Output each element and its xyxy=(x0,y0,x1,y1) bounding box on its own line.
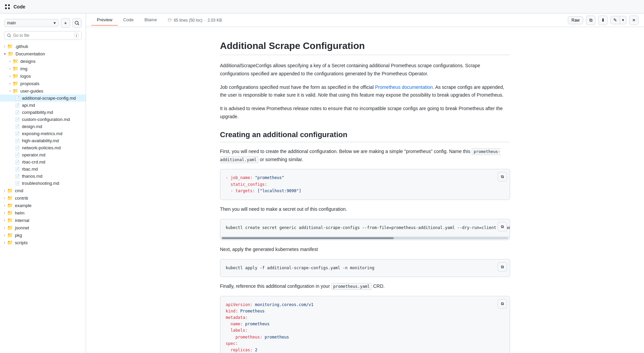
tree-item-label: example xyxy=(15,203,31,208)
copy-code-2-button[interactable]: ⧉ xyxy=(498,222,507,231)
scroll-thumb-2 xyxy=(222,237,394,239)
more-options-button[interactable]: ≡ xyxy=(629,16,639,25)
sidebar-file-item[interactable]: 📄high-availability.md xyxy=(0,137,86,144)
sidebar-file-item[interactable]: 📄thanos.md xyxy=(0,173,86,180)
search-files-button[interactable] xyxy=(72,18,82,28)
copy-code-3-button[interactable]: ⧉ xyxy=(498,262,507,272)
search-input-wrapper[interactable]: t xyxy=(4,31,82,40)
folder-icon: 📁 xyxy=(7,232,13,238)
add-file-button[interactable]: + xyxy=(61,18,70,28)
sidebar-folder-item[interactable]: ›📁jsonnet xyxy=(0,224,86,231)
prometheus-docs-link[interactable]: Prometheus documentation xyxy=(375,84,433,90)
folder-icon: 📁 xyxy=(8,51,13,56)
code-content-2: kubectl create secret generic additional… xyxy=(220,219,510,236)
code-content-4: apiVersion: monitoring.coreos.com/v1 kin… xyxy=(220,296,510,353)
folder-icon: 📁 xyxy=(7,188,13,193)
sidebar-folder-item[interactable]: ›📁cmd xyxy=(0,187,86,194)
file-icon: 📄 xyxy=(15,181,20,186)
sidebar-file-item[interactable]: 📄api.md xyxy=(0,102,86,109)
section2-paragraph-4: Finally, reference this additional confi… xyxy=(220,282,510,291)
shield-icon: 🛡 xyxy=(168,18,172,23)
search-bar: t xyxy=(0,30,86,43)
file-icon: 📄 xyxy=(15,138,20,143)
tab-blame[interactable]: Blame xyxy=(139,15,162,26)
sidebar-folder-item[interactable]: ›📁pkg xyxy=(0,231,86,239)
sidebar-file-item[interactable]: 📄exposing-metrics.md xyxy=(0,130,86,137)
svg-rect-2 xyxy=(5,7,7,9)
sidebar-folder-item[interactable]: ›📁logos xyxy=(0,72,86,80)
tree-item-label: helm xyxy=(15,210,24,216)
sidebar-folder-item[interactable]: ›📁contrib xyxy=(0,194,86,202)
code-block-3: ⧉ kubectl apply -f additional-scrape-con… xyxy=(220,259,510,277)
sidebar-file-item[interactable]: 📄custom-configuration.md xyxy=(0,116,86,123)
folder-icon: 📁 xyxy=(12,66,18,71)
tree-item-label: jsonnet xyxy=(15,225,29,230)
folder-icon: 📁 xyxy=(7,240,13,245)
tab-code[interactable]: Code xyxy=(118,15,139,26)
tree-item-label: contrib xyxy=(15,196,28,201)
sidebar-file-item[interactable]: 📄rbac-crd.md xyxy=(0,158,86,166)
copy-code-1-button[interactable]: ⧉ xyxy=(498,172,507,181)
sidebar-folder-item[interactable]: ›📁img xyxy=(0,65,86,72)
file-icon: 📄 xyxy=(15,103,20,108)
svg-rect-3 xyxy=(8,7,10,9)
sidebar-folder-item[interactable]: ›📁proposals xyxy=(0,80,86,87)
main-layout: main ▾ + t ›📁.github▾📁Documentation›📁des… xyxy=(0,14,644,353)
sidebar-file-item[interactable]: 📄design.md xyxy=(0,123,86,130)
folder-icon: 📁 xyxy=(12,58,18,64)
code-scrollbar-2[interactable] xyxy=(220,236,510,240)
folder-chevron-icon: › xyxy=(9,67,10,71)
edit-dropdown: ✎ ▾ xyxy=(610,16,626,24)
sidebar-folder-item[interactable]: ›📁.github xyxy=(0,43,86,50)
code-content-3: kubectl apply -f additional-scrape-confi… xyxy=(220,259,510,277)
sidebar-folder-item[interactable]: ›📁internal xyxy=(0,217,86,224)
tab-preview[interactable]: Preview xyxy=(91,15,118,26)
search-input[interactable] xyxy=(13,33,72,38)
tree-item-label: rbac.md xyxy=(22,167,38,172)
inline-code-4: prometheus.yaml xyxy=(331,283,372,290)
sidebar-folder-item[interactable]: ›📁scripts xyxy=(0,239,86,246)
folder-icon: 📁 xyxy=(12,73,18,79)
code-block-4: ⧉ apiVersion: monitoring.coreos.com/v1 k… xyxy=(220,296,510,353)
edit-caret-button[interactable]: ▾ xyxy=(620,16,626,24)
folder-chevron-icon: › xyxy=(4,226,5,230)
tree-item-label: scripts xyxy=(15,240,28,245)
sidebar-file-item[interactable]: 📄compatibility.md xyxy=(0,109,86,116)
sidebar-folder-item[interactable]: ›📁helm xyxy=(0,209,86,217)
branch-name: main xyxy=(7,21,16,25)
folder-chevron-icon: › xyxy=(9,89,10,93)
tree-item-label: cmd xyxy=(15,188,23,193)
sidebar-folder-item[interactable]: ▾📁Documentation xyxy=(0,50,86,57)
sidebar-file-item[interactable]: 📄troubleshooting.md xyxy=(0,180,86,187)
folder-icon: 📁 xyxy=(12,81,18,86)
edit-button[interactable]: ✎ xyxy=(610,16,620,24)
file-icon: 📄 xyxy=(15,96,20,101)
tree-item-label: internal xyxy=(15,218,29,223)
sidebar-file-item[interactable]: 📄additional-scrape-config.md xyxy=(0,95,86,102)
file-icon: 📄 xyxy=(15,117,20,122)
folder-chevron-icon: ▾ xyxy=(4,52,6,56)
section2-paragraph-2: Then you will need to make a secret out … xyxy=(220,205,510,213)
sidebar-folder-item[interactable]: ›📁user-guides xyxy=(0,87,86,95)
tree-item-label: design.md xyxy=(22,124,42,129)
branch-selector[interactable]: main ▾ xyxy=(4,19,59,27)
tree-item-label: operator.md xyxy=(22,152,45,157)
sidebar-file-item[interactable]: 📄network-policies.md xyxy=(0,144,86,151)
tree-item-label: exposing-metrics.md xyxy=(22,131,62,136)
sidebar-folder-item[interactable]: ›📁designs xyxy=(0,57,86,65)
download-button[interactable]: ⬇ xyxy=(598,16,608,25)
folder-chevron-icon: › xyxy=(4,241,5,245)
paragraph-2: Job configurations specified must have t… xyxy=(220,83,510,100)
raw-button[interactable]: Raw xyxy=(568,16,583,24)
copy-code-4-button[interactable]: ⧉ xyxy=(498,299,507,308)
sidebar-folder-item[interactable]: ›📁example xyxy=(0,202,86,209)
copy-permalink-button[interactable]: ⧉ xyxy=(586,16,595,25)
tree-item-label: thanos.md xyxy=(22,174,43,179)
tree-item-label: high-availability.md xyxy=(22,138,59,143)
section2-paragraph-3: Next, apply the generated kubernetes man… xyxy=(220,246,510,254)
sidebar-file-item[interactable]: 📄operator.md xyxy=(0,151,86,158)
file-info: 🛡 65 lines (50 loc) · 2.03 KB xyxy=(168,18,222,23)
sidebar-file-item[interactable]: 📄rbac.md xyxy=(0,166,86,173)
sidebar-controls: main ▾ + xyxy=(0,16,86,30)
file-icon: 📄 xyxy=(15,131,20,136)
